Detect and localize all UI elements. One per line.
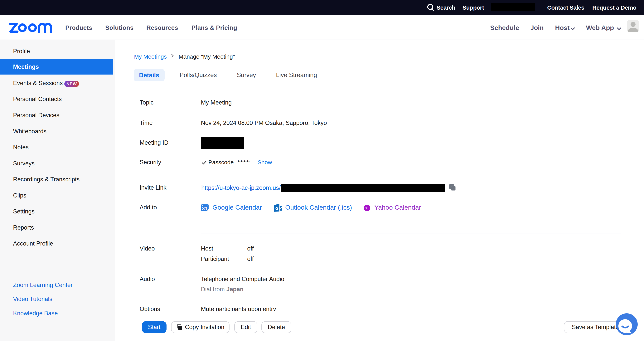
svg-text:Y!: Y! — [365, 206, 368, 210]
svg-text:31: 31 — [202, 206, 208, 211]
